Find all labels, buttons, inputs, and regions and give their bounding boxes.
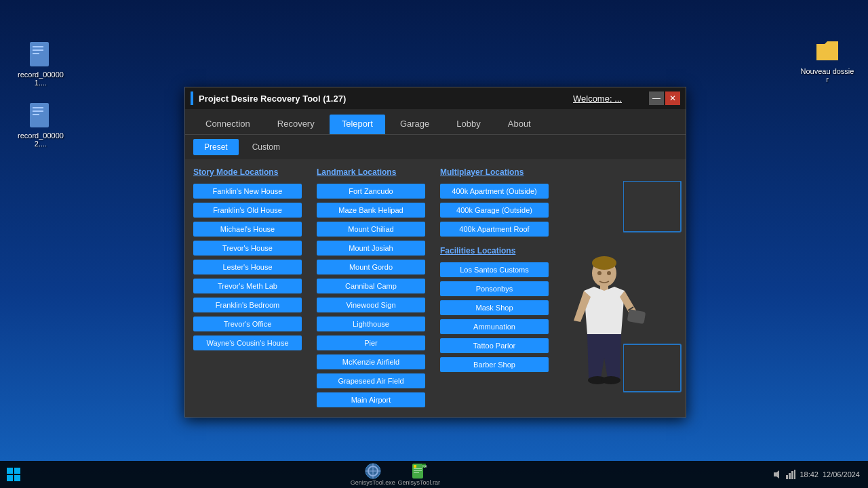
tab-recovery[interactable]: Recovery: [265, 115, 327, 134]
desktop-icon-record1[interactable]: record_000001....: [14, 41, 68, 87]
svg-rect-10: [627, 309, 646, 324]
facilities-btn-1[interactable]: Ponsonbys: [440, 281, 549, 296]
win-shape-top: [623, 181, 745, 235]
landmark-btn-7[interactable]: Lighthouse: [317, 317, 425, 331]
desktop-icon-record2[interactable]: record_000002....: [14, 102, 68, 148]
record1-label: record_000001....: [14, 70, 68, 87]
windows-logo-icon: [7, 468, 20, 481]
tab-connection[interactable]: Connection: [193, 115, 262, 134]
svg-rect-3: [33, 53, 39, 54]
svg-rect-26: [414, 470, 422, 471]
genisys-rar-icon: RAR: [411, 463, 427, 479]
landmark-btn-11[interactable]: Main Airport: [317, 392, 425, 407]
landmark-btn-2[interactable]: Mount Chiliad: [317, 222, 425, 237]
landmark-btn-3[interactable]: Mount Josiah: [317, 241, 425, 256]
genisys-exe-icon: [365, 463, 381, 479]
svg-rect-34: [794, 470, 795, 479]
app-title: Project Desire Recovery Tool (1.27): [199, 94, 573, 104]
landmark-btn-8[interactable]: Pier: [317, 336, 425, 350]
svg-marker-30: [774, 470, 779, 479]
title-bar: Project Desire Recovery Tool (1.27) Welc…: [185, 87, 686, 109]
landmark-btn-5[interactable]: Cannibal Camp: [317, 279, 425, 293]
story-column: Story Mode Locations Fanklin's New House…: [193, 167, 309, 409]
window-controls: — ✕: [649, 92, 680, 105]
desktop-icon-nouveau[interactable]: Nouveau dossier: [800, 37, 854, 83]
multi-btn-2[interactable]: 400k Apartment Roof: [440, 222, 549, 237]
story-btn-6[interactable]: Franklin's Bedroom: [193, 298, 302, 312]
story-btn-0[interactable]: Fanklin's New House: [193, 184, 302, 199]
nouveau-label: Nouveau dossier: [800, 67, 854, 83]
landmark-btn-6[interactable]: Vinewood Sign: [317, 298, 425, 312]
svg-point-14: [592, 256, 616, 270]
taskbar-date: 12/06/2024: [823, 470, 860, 479]
landmark-btn-1[interactable]: Maze Bank Helipad: [317, 203, 425, 218]
record2-icon: [27, 102, 54, 129]
record1-icon: [27, 41, 54, 68]
svg-rect-6: [33, 110, 43, 112]
app-window: Project Desire Recovery Tool (1.27) Welc…: [184, 87, 686, 418]
network-icon: [786, 470, 795, 479]
close-button[interactable]: ✕: [665, 92, 680, 105]
facilities-btn-4[interactable]: Tattoo Parlor: [440, 338, 549, 353]
svg-text:RAR: RAR: [422, 464, 427, 468]
svg-rect-2: [33, 49, 43, 51]
svg-rect-7: [33, 114, 39, 115]
landmark-column: Landmark Locations Fort Zancudo Maze Ban…: [317, 167, 432, 409]
landmark-btn-0[interactable]: Fort Zancudo: [317, 184, 425, 199]
story-btn-4[interactable]: Lester's House: [193, 260, 302, 274]
landmark-btn-10[interactable]: Grapeseed Air Field: [317, 373, 425, 388]
svg-rect-24: [414, 465, 416, 468]
tab-garage[interactable]: Garage: [388, 115, 441, 134]
facilities-header: Facilities Locations: [440, 246, 552, 256]
subtab-preset[interactable]: Preset: [193, 139, 239, 155]
taskbar-right: 18:42 12/06/2024: [764, 470, 868, 479]
nouveau-icon: [814, 37, 841, 64]
taskbar-time: 18:42: [800, 470, 818, 479]
svg-rect-17: [623, 181, 681, 232]
svg-point-13: [601, 376, 620, 384]
facilities-btn-3[interactable]: Ammunation: [440, 319, 549, 334]
story-btn-2[interactable]: Michael's House: [193, 222, 302, 237]
story-btn-7[interactable]: Trevor's Office: [193, 317, 302, 331]
svg-rect-32: [789, 473, 791, 479]
multiplayer-column: Multiplayer Locations 400k Apartment (Ou…: [440, 167, 552, 409]
content-area: Story Mode Locations Fanklin's New House…: [185, 159, 686, 417]
taskbar-center: GenisysTool.exe RAR GenisysTool.rar: [27, 463, 764, 486]
minimize-button[interactable]: —: [649, 92, 664, 105]
svg-rect-33: [791, 471, 793, 479]
svg-rect-18: [623, 344, 681, 392]
facilities-btn-0[interactable]: Los Santos Customs: [440, 262, 549, 277]
tab-lobby[interactable]: Lobby: [444, 115, 492, 134]
sub-tab-bar: Preset Custom: [185, 135, 686, 159]
svg-rect-31: [786, 475, 788, 479]
tab-about[interactable]: About: [496, 115, 543, 134]
story-btn-1[interactable]: Franklin's Old House: [193, 203, 302, 218]
landmark-btn-4[interactable]: Mount Gordo: [317, 260, 425, 274]
taskbar-genisys-rar[interactable]: RAR GenisysTool.rar: [399, 463, 439, 486]
landmark-header: Landmark Locations: [317, 167, 432, 177]
svg-rect-25: [414, 468, 422, 469]
svg-rect-5: [33, 107, 43, 108]
subtab-custom[interactable]: Custom: [241, 139, 291, 155]
story-btn-8[interactable]: Wayne's Cousin's House: [193, 336, 302, 350]
desktop: record_000001.... record_000002.... Nouv…: [0, 0, 868, 488]
story-btn-3[interactable]: Trevor's House: [193, 241, 302, 256]
character-area: [560, 167, 677, 409]
landmark-btn-9[interactable]: McKenzie Airfield: [317, 354, 425, 369]
multi-btn-1[interactable]: 400k Garage (Outside): [440, 203, 549, 218]
taskbar: GenisysTool.exe RAR GenisysTool.rar: [0, 461, 868, 488]
volume-icon: [772, 470, 782, 479]
facilities-btn-2[interactable]: Mask Shop: [440, 300, 549, 315]
nav-bar: Connection Recovery Teleport Garage Lobb…: [185, 109, 686, 135]
genisys-exe-label: GenisysTool.exe: [351, 479, 395, 486]
tab-teleport[interactable]: Teleport: [330, 115, 385, 134]
win-shape-bottom: [623, 341, 745, 395]
taskbar-genisys-exe[interactable]: GenisysTool.exe: [353, 463, 393, 486]
multi-btn-0[interactable]: 400k Apartment (Outside): [440, 184, 549, 199]
start-button[interactable]: [0, 461, 27, 488]
story-btn-5[interactable]: Trevor's Meth Lab: [193, 279, 302, 293]
story-header: Story Mode Locations: [193, 167, 309, 177]
svg-rect-27: [414, 472, 419, 473]
multiplayer-header: Multiplayer Locations: [440, 167, 552, 177]
facilities-btn-5[interactable]: Barber Shop: [440, 357, 549, 372]
